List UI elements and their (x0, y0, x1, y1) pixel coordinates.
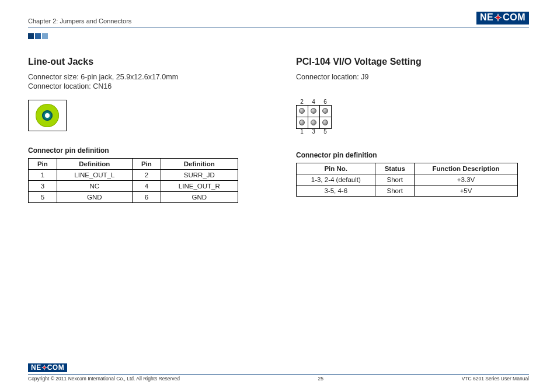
th-func: Function Description (415, 163, 518, 174)
cell-status: Short (375, 174, 415, 186)
pin-label: 1 (296, 128, 308, 135)
right-table-caption: Connector pin definition (296, 151, 529, 159)
cell-pin: 4 (132, 181, 161, 192)
cell-def: GND (57, 192, 132, 203)
table-row: 1 LINE_OUT_L 2 SURR_JD (29, 170, 238, 181)
logo-x-icon (494, 13, 502, 22)
lineout-heading: Line-out Jacks (28, 57, 261, 67)
pin-icon (311, 120, 316, 125)
vio-pin-table: Pin No. Status Function Description 1-3,… (296, 163, 518, 197)
th-pinno: Pin No. (297, 163, 375, 174)
th-pin: Pin (132, 159, 161, 170)
pin-icon (299, 120, 305, 125)
page-number: 25 (180, 376, 462, 382)
th-status: Status (375, 163, 415, 174)
manual-name: VTC 6201 Series User Manual (462, 376, 529, 382)
lineout-pin-table: Pin Definition Pin Definition 1 LINE_OUT… (28, 158, 238, 203)
cell-status: Short (375, 186, 415, 197)
logo-ne: NE (480, 13, 493, 22)
table-row: 1-3, 2-4 (default) Short +3.3V (297, 174, 518, 186)
cell-pinno: 3-5, 4-6 (297, 186, 375, 197)
pin-icon (311, 108, 316, 114)
pin-label: 3 (308, 128, 319, 135)
cell-pinno: 1-3, 2-4 (default) (297, 174, 375, 186)
pin-label: 2 (296, 99, 308, 105)
cell-pin: 6 (132, 192, 161, 203)
cell-def: LINE_OUT_R (161, 181, 238, 192)
logo-ne: NE (31, 364, 41, 371)
lineout-jack-diagram (28, 100, 67, 131)
cell-func: +5V (415, 186, 518, 197)
nexcom-logo-top: NE COM (476, 12, 529, 24)
decorative-squares (28, 31, 529, 41)
pin-label: 4 (308, 99, 319, 105)
logo-x-icon (41, 365, 47, 370)
logo-com: COM (503, 13, 525, 22)
cell-def: NC (57, 181, 132, 192)
footer-separator (28, 374, 529, 374)
j9-header-diagram: 2 4 6 1 3 5 (296, 99, 331, 135)
cell-def: SURR_JD (161, 170, 238, 181)
pin-label: 6 (319, 99, 331, 105)
chapter-title: Chapter 2: Jumpers and Connectors (28, 18, 131, 24)
copyright-text: Copyright © 2011 Nexcom International Co… (28, 376, 180, 382)
cell-pin: 3 (29, 181, 57, 192)
th-def: Definition (161, 159, 238, 170)
pin-label: 5 (319, 128, 331, 135)
pin-icon (322, 120, 328, 125)
th-def: Definition (57, 159, 132, 170)
connector-size: Connector size: 6-pin jack, 25.9x12.6x17… (28, 73, 261, 81)
cell-pin: 1 (29, 170, 57, 181)
nexcom-logo-bottom: NE COM (28, 363, 67, 372)
cell-def: GND (161, 192, 238, 203)
cell-pin: 5 (29, 192, 57, 203)
header-separator (28, 27, 529, 27)
cell-pin: 2 (132, 170, 161, 181)
table-row: 5 GND 6 GND (29, 192, 238, 203)
connector-location-cn16: Connector location: CN16 (28, 82, 261, 90)
pin-icon (322, 108, 328, 114)
th-pin: Pin (29, 159, 57, 170)
vio-heading: PCI-104 VI/O Voltage Setting (296, 57, 529, 67)
connector-location-j9: Connector location: J9 (296, 73, 529, 81)
svg-marker-1 (495, 15, 501, 20)
table-row: 3 NC 4 LINE_OUT_R (29, 181, 238, 192)
pin-icon (299, 108, 305, 114)
cell-def: LINE_OUT_L (57, 170, 132, 181)
table-row: 3-5, 4-6 Short +5V (297, 186, 518, 197)
cell-func: +3.3V (415, 174, 518, 186)
left-table-caption: Connector pin definition (28, 146, 261, 155)
logo-com: COM (47, 364, 65, 371)
svg-marker-3 (42, 365, 46, 369)
